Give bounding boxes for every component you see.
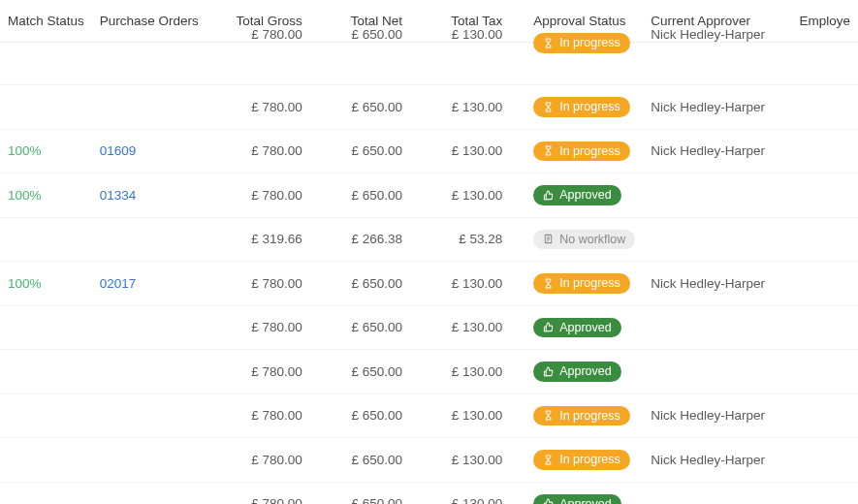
table-row[interactable]: 100%02017£ 780.00£ 650.00£ 130.00In prog… — [0, 262, 858, 306]
col-header-match-status[interactable]: Match Status — [0, 0, 92, 43]
status-badge-label: In progress — [559, 277, 620, 290]
table-row[interactable]: 100%01609£ 780.00£ 650.00£ 130.00In prog… — [0, 129, 858, 173]
cell-match-status — [0, 438, 92, 483]
status-badge: In progress — [533, 273, 630, 294]
thumbs-up-icon — [543, 190, 554, 201]
table-row[interactable]: £ 780.00£ 650.00£ 130.00Approved — [0, 350, 858, 394]
cell-total-tax: £ 130.00 — [426, 305, 525, 350]
hourglass-icon — [543, 410, 554, 421]
cell-match-status: 100% — [0, 173, 92, 218]
status-badge: In progress — [533, 406, 630, 426]
cell-total-tax: £ 130.00 — [426, 350, 525, 394]
cell-total-net: £ 650.00 — [326, 305, 426, 350]
cell-purchase-order: 01609 — [92, 129, 207, 173]
cell-employee — [791, 217, 858, 262]
cell-total-net: £ 650.00 — [326, 482, 426, 504]
cell-total-gross: £ 780.00 — [207, 129, 326, 173]
status-badge: Approved — [533, 185, 621, 205]
cell-total-net: £ 650.00 — [326, 262, 426, 306]
table-row[interactable]: 100%01334£ 780.00£ 650.00£ 130.00Approve… — [0, 173, 858, 218]
table-row[interactable]: £ 780.00£ 650.00£ 130.00Approved — [0, 482, 858, 504]
cell-total-tax: £ 130.00 — [426, 43, 525, 85]
cell-approval-status: Approved — [525, 173, 643, 218]
col-header-purchase-orders[interactable]: Purchase Orders — [92, 0, 207, 43]
status-badge-label: In progress — [559, 37, 620, 49]
table-row[interactable]: £ 780.00£ 650.00£ 130.00In progressNick … — [0, 438, 858, 483]
cell-match-status — [0, 85, 92, 130]
status-badge: Approved — [533, 494, 621, 505]
cell-employee — [791, 438, 858, 483]
cell-total-net: £ 650.00 — [326, 350, 426, 394]
cell-purchase-order — [92, 43, 207, 85]
cell-match-status: 100% — [0, 262, 92, 306]
cell-total-tax: £ 130.00 — [426, 262, 525, 306]
col-header-employee[interactable]: Employe — [791, 0, 858, 43]
cell-total-tax: £ 53.28 — [426, 217, 525, 262]
status-badge: In progress — [533, 450, 630, 470]
table-row[interactable]: £ 319.66£ 266.38£ 53.28No workflow — [0, 217, 858, 262]
document-icon — [543, 234, 554, 244]
cell-employee — [791, 85, 858, 130]
cell-employee — [791, 350, 858, 394]
purchase-order-link[interactable]: 01334 — [100, 188, 137, 203]
cell-total-gross: £ 319.66 — [207, 217, 326, 262]
hourglass-icon — [543, 102, 554, 112]
cell-match-status — [0, 482, 92, 504]
cell-total-gross: £ 780.00 — [207, 394, 326, 438]
hourglass-icon — [543, 278, 554, 289]
cell-current-approver: Nick Hedley-Harper — [643, 394, 791, 438]
cell-approval-status: In progress — [525, 262, 643, 306]
cell-total-net: £ 650.00 — [326, 394, 426, 438]
status-badge-label: Approved — [559, 365, 612, 378]
status-badge-label: Approved — [559, 189, 612, 202]
purchase-order-link[interactable]: 02017 — [100, 276, 137, 291]
cell-total-tax: £ 130.00 — [426, 85, 525, 130]
cell-total-net: £ 650.00 — [326, 43, 426, 85]
cell-approval-status: In progress — [525, 85, 643, 130]
cell-current-approver — [643, 217, 791, 262]
status-badge: In progress — [533, 142, 630, 162]
cell-approval-status: Approved — [525, 305, 643, 350]
cell-employee — [791, 394, 858, 438]
cell-match-status — [0, 350, 92, 394]
cell-purchase-order — [92, 394, 207, 438]
cell-total-net: £ 650.00 — [326, 85, 426, 130]
cell-total-net: £ 650.00 — [326, 129, 426, 173]
cell-total-gross: £ 780.00 — [207, 85, 326, 130]
status-badge: In progress — [533, 33, 630, 53]
cell-current-approver: Nick Hedley-Harper — [643, 438, 791, 483]
hourglass-icon — [543, 38, 554, 48]
cell-purchase-order: 01334 — [92, 173, 207, 218]
cell-purchase-order — [92, 305, 207, 350]
cell-total-net: £ 650.00 — [326, 438, 426, 483]
cell-total-tax: £ 130.00 — [426, 438, 525, 483]
cell-purchase-order — [92, 217, 207, 262]
table-row[interactable]: £ 780.00£ 650.00£ 130.00In progressNick … — [0, 43, 858, 85]
status-badge-label: Approved — [559, 322, 612, 334]
status-badge: No workflow — [533, 230, 635, 250]
cell-purchase-order — [92, 350, 207, 394]
cell-approval-status: In progress — [525, 129, 643, 173]
hourglass-icon — [543, 455, 554, 465]
table-row[interactable]: £ 780.00£ 650.00£ 130.00In progressNick … — [0, 85, 858, 130]
thumbs-up-icon — [543, 322, 554, 332]
table-container: Match Status Purchase Orders Total Gross… — [0, 0, 858, 504]
cell-employee — [791, 305, 858, 350]
match-percent: 100% — [8, 143, 42, 158]
thumbs-up-icon — [543, 498, 554, 504]
cell-purchase-order — [92, 85, 207, 130]
cell-employee — [791, 262, 858, 306]
cell-purchase-order — [92, 438, 207, 483]
cell-total-net: £ 650.00 — [326, 173, 426, 218]
thumbs-up-icon — [543, 366, 554, 377]
table-row[interactable]: £ 780.00£ 650.00£ 130.00Approved — [0, 305, 858, 350]
hourglass-icon — [543, 145, 554, 156]
cell-current-approver — [643, 482, 791, 504]
cell-purchase-order: 02017 — [92, 262, 207, 306]
cell-approval-status: No workflow — [525, 217, 643, 262]
purchase-order-link[interactable]: 01609 — [100, 143, 137, 158]
cell-current-approver: Nick Hedley-Harper — [643, 85, 791, 130]
table-row[interactable]: £ 780.00£ 650.00£ 130.00In progressNick … — [0, 394, 858, 438]
data-table: Match Status Purchase Orders Total Gross… — [0, 0, 858, 504]
cell-match-status — [0, 305, 92, 350]
